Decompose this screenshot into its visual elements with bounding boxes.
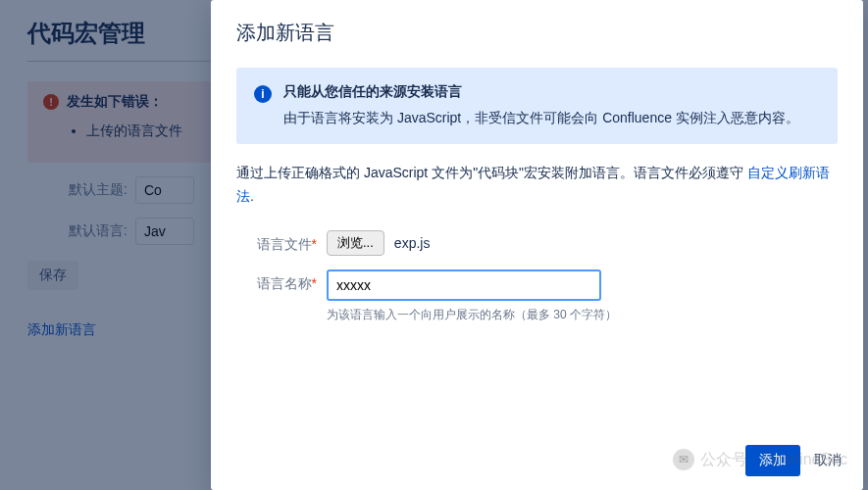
modal-title: 添加新语言	[236, 20, 838, 46]
language-name-row: 语言名称* 为该语言输入一个向用户展示的名称（最多 30 个字符）	[236, 270, 838, 323]
language-name-hint: 为该语言输入一个向用户展示的名称（最多 30 个字符）	[327, 307, 617, 323]
language-file-row: 语言文件* 浏览... exp.js	[236, 230, 838, 256]
info-panel: i 只能从您信任的来源安装语言 由于语言将安装为 JavaScript，非受信文…	[236, 68, 838, 144]
selected-filename: exp.js	[394, 235, 431, 251]
info-icon: i	[254, 85, 272, 103]
language-name-input[interactable]	[327, 270, 601, 301]
watermark: ✉ 公众号 · TimelineSec	[673, 449, 847, 470]
wechat-icon: ✉	[673, 449, 694, 470]
description-text: 通过上传正确格式的 JavaScript 文件为"代码块"宏安装附加语言。语言文…	[236, 162, 838, 209]
add-language-modal: 添加新语言 i 只能从您信任的来源安装语言 由于语言将安装为 JavaScrip…	[211, 0, 863, 490]
info-body: 由于语言将安装为 JavaScript，非受信文件可能会向 Confluence…	[283, 107, 799, 128]
info-title: 只能从您信任的来源安装语言	[283, 83, 799, 101]
language-name-label: 语言名称*	[236, 270, 327, 293]
language-file-label: 语言文件*	[236, 230, 327, 254]
browse-button[interactable]: 浏览...	[327, 230, 384, 256]
